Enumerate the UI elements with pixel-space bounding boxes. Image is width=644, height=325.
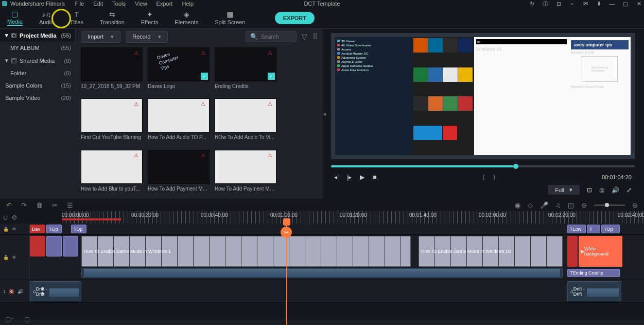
clip-title[interactable]: Dav: [30, 225, 45, 233]
sync-icon[interactable]: ↻: [529, 1, 535, 7]
ruler[interactable]: ✂ 00:00:00:0000:00:20:0000:00:40:0000:01…: [62, 211, 644, 224]
mute-icon[interactable]: 🔇: [9, 289, 14, 294]
clip-video[interactable]: [63, 236, 78, 256]
clip-video[interactable]: [567, 236, 578, 267]
media-item[interactable]: ⚠10_27_2018 5_59_32 PM: [81, 47, 143, 93]
clip-video[interactable]: ▶ White background: [579, 236, 622, 267]
clip-video[interactable]: How To Enable Game Mode In Windows 10: [419, 236, 563, 267]
clip-title[interactable]: T Op: [46, 225, 62, 233]
bracket-right-icon[interactable]: ⟩: [493, 174, 496, 181]
prev-frame-icon[interactable]: ◂|: [334, 174, 339, 181]
eye-icon[interactable]: 👁: [12, 255, 16, 260]
search-input[interactable]: [261, 33, 292, 40]
redo-icon[interactable]: ↷: [21, 201, 27, 209]
play-icon[interactable]: ▶: [360, 174, 364, 181]
stop-icon[interactable]: ■: [373, 174, 376, 181]
zoom-out-icon[interactable]: ⊖: [581, 201, 587, 209]
save-icon[interactable]: ▫: [569, 1, 575, 7]
render-icon[interactable]: ◉: [515, 201, 520, 209]
clip-title[interactable]: T Op: [71, 225, 86, 233]
sidebar-item-shared-media[interactable]: ▾ ▢ Shared Media (0): [0, 54, 75, 67]
sidebar-item-my-album[interactable]: MY ALBUM (55): [0, 42, 75, 54]
volume-icon[interactable]: 🔊: [612, 186, 619, 194]
menu-view[interactable]: View: [135, 1, 147, 7]
tracks: 🔒👁 Dav T Op T Op T Low T T Op 🔒👁 How To …: [0, 224, 644, 320]
delete-icon[interactable]: 🗑: [36, 201, 43, 209]
bracket-left-icon[interactable]: ⟨: [482, 174, 485, 181]
minimize-icon[interactable]: —: [609, 1, 615, 7]
lock-icon[interactable]: 🔒: [3, 227, 9, 232]
download-icon[interactable]: ⬇: [596, 1, 602, 7]
menu-edit[interactable]: Edit: [93, 1, 103, 7]
tab-split-screen[interactable]: ▦ Split Screen: [213, 10, 247, 26]
media-item[interactable]: ⚠How To Add Payment Me...: [215, 150, 276, 196]
tab-media[interactable]: ▢ Media: [5, 9, 25, 27]
tab-transition[interactable]: ⇆ Transition: [98, 10, 127, 26]
menu-file[interactable]: File: [75, 1, 84, 7]
media-label: Daves Logo: [148, 83, 210, 89]
crop-icon[interactable]: ◫: [568, 201, 574, 209]
tab-audio[interactable]: ♪♫ Audio: [37, 10, 56, 26]
media-item[interactable]: ⚠HOw To Add Audio To Vi...: [215, 98, 276, 144]
close-icon[interactable]: ✕: [636, 1, 642, 7]
grid-view-icon[interactable]: ⠿: [312, 32, 318, 41]
media-item[interactable]: ⚠✓Ending Credits: [215, 47, 276, 93]
clip-audio[interactable]: ♫ Drift - Drift: [30, 281, 81, 301]
mail-icon[interactable]: ✉: [582, 1, 588, 7]
clip-audio[interactable]: ♫ Drift - Drift: [567, 281, 621, 301]
eye-icon[interactable]: 👁: [12, 227, 16, 232]
link-icon[interactable]: ⊘: [12, 214, 17, 221]
music-icon[interactable]: ♫: [555, 201, 561, 209]
voiceover-icon[interactable]: 🎤: [540, 201, 548, 209]
next-frame-icon[interactable]: |▸: [347, 174, 352, 181]
user-icon[interactable]: ⊡: [555, 1, 562, 7]
cut-icon[interactable]: ✂: [52, 201, 58, 209]
adjust-icon[interactable]: ☰: [67, 201, 73, 209]
media-item[interactable]: ⚠First Cut YouTube Blurring: [81, 98, 143, 144]
display-icon[interactable]: ⊡: [587, 186, 592, 194]
zoom-slider[interactable]: [594, 204, 625, 206]
playhead[interactable]: [283, 218, 290, 226]
clip-video[interactable]: [30, 236, 45, 256]
magnet-icon[interactable]: ⊔: [3, 214, 8, 221]
preview-progress[interactable]: [331, 165, 635, 167]
tab-effects[interactable]: ✦ Effects: [139, 10, 160, 26]
tab-elements[interactable]: ◈ Elements: [172, 10, 200, 26]
splitter[interactable]: ◂: [323, 29, 327, 199]
import-dropdown[interactable]: Import: [81, 31, 120, 43]
clip-title[interactable]: T Low: [567, 225, 586, 233]
clip-video[interactable]: [46, 236, 62, 256]
maximize-icon[interactable]: ▢: [622, 1, 629, 7]
undo-icon[interactable]: ↶: [6, 201, 12, 209]
media-item[interactable]: ⚠How To Add Payment Me...: [148, 150, 210, 196]
menu-tools[interactable]: Tools: [112, 1, 126, 7]
clip-video[interactable]: How To Enable Game Mode In Windows 1: [81, 236, 411, 267]
expand-icon[interactable]: ⤢: [626, 186, 632, 194]
sidebar-item-folder[interactable]: Folder (0): [0, 67, 75, 79]
export-button[interactable]: EXPORT: [275, 12, 315, 24]
filter-icon[interactable]: ▽: [302, 32, 307, 41]
snapshot-icon[interactable]: ◎: [599, 186, 604, 194]
info-icon[interactable]: ⓘ: [542, 1, 548, 7]
volume-icon[interactable]: 🔊: [18, 289, 23, 294]
media-item[interactable]: ⚠How To Add Audio TO P...: [148, 98, 210, 144]
menu-help[interactable]: Help: [182, 1, 194, 7]
tab-titles[interactable]: T Titles: [68, 10, 85, 26]
marker-icon[interactable]: ◇: [528, 201, 533, 209]
record-dropdown[interactable]: Record: [126, 31, 167, 43]
sidebar-item-sample-colors[interactable]: Sample Colors (15): [0, 79, 75, 92]
clip-title[interactable]: T: [587, 225, 600, 233]
clip-audio-embedded[interactable]: [81, 268, 563, 278]
zoom-in-icon[interactable]: ⊕: [632, 201, 638, 209]
lock-icon[interactable]: 🔒: [3, 255, 9, 260]
clip-title[interactable]: T Op: [601, 225, 620, 233]
scissors-icon[interactable]: ✂: [281, 227, 292, 238]
sidebar-item-project-media[interactable]: ▾ ▢ Project Media (55): [0, 29, 75, 42]
menu-export[interactable]: Export: [156, 1, 173, 7]
clip-title[interactable]: T Ending Credits: [567, 269, 620, 277]
scale-select[interactable]: Full ▾: [548, 185, 580, 195]
warning-icon: ⚠: [268, 101, 274, 107]
media-item[interactable]: ⚠✓DavesComputerTipsDaves Logo: [148, 47, 210, 93]
sidebar-item-sample-video[interactable]: Sample Video (20): [0, 92, 75, 104]
media-item[interactable]: ⚠How to Add Blur to youT...: [81, 150, 143, 196]
